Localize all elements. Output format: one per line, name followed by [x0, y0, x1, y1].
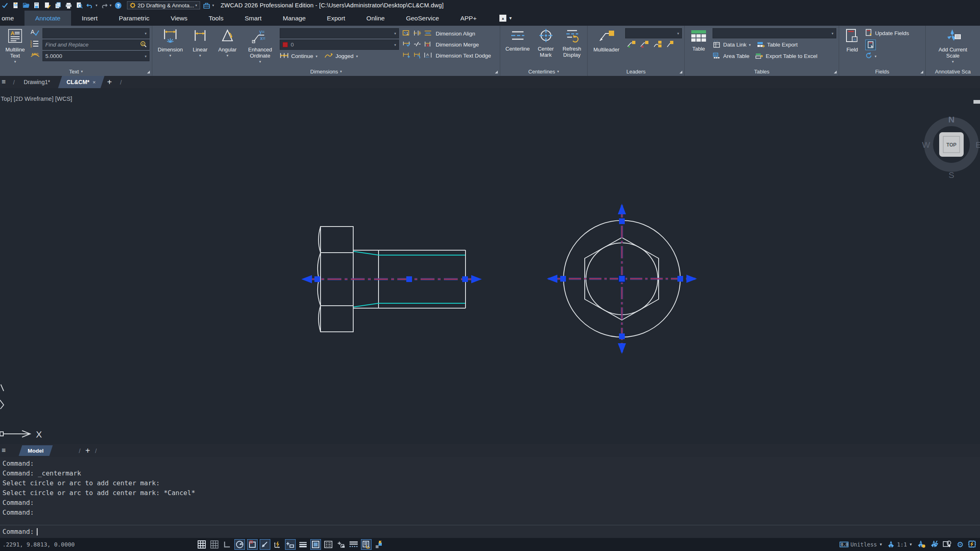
continue-dropdown-icon[interactable]: ▾	[316, 54, 318, 58]
tab-app-plus[interactable]: APP+	[450, 11, 487, 26]
field-refresh-dropdown-icon[interactable]: ▾	[875, 54, 877, 58]
dimension-button[interactable]: Dimension ▾	[155, 27, 186, 67]
text-style-dropdown[interactable]: ▾	[42, 28, 149, 38]
doc-tab-drawing1[interactable]: Drawing1*	[18, 79, 56, 85]
tab-smart[interactable]: Smart	[234, 11, 272, 26]
compass-east[interactable]: E	[976, 140, 980, 149]
multileader-style-dropdown[interactable]: ▾	[625, 28, 682, 38]
workspace-dropdown-icon[interactable]: ▾	[195, 3, 197, 7]
field-button[interactable]: A Field	[842, 27, 863, 67]
close-tab-icon[interactable]: ×	[93, 79, 96, 85]
doc-tab-clcm-active[interactable]: CL&CM* ×	[58, 76, 104, 88]
linear-dropdown-icon[interactable]: ▾	[199, 53, 201, 58]
dimension-text-dodge-button[interactable]: Dimension Text Dodge	[436, 50, 491, 61]
fields-dialog-launcher-icon[interactable]	[920, 71, 923, 73]
tab-export[interactable]: Export	[316, 11, 356, 26]
model-space-canvas[interactable]: N W S E TOP X	[0, 88, 980, 444]
angular-dropdown-icon[interactable]: ▾	[227, 53, 229, 58]
dimension-merge-button[interactable]: Dimension Merge	[436, 39, 491, 50]
doc-tabs-menu-icon[interactable]: ≡	[0, 78, 10, 86]
ribbon-collapse-control[interactable]: ▲ ▼	[499, 15, 512, 22]
table-style-dropdown[interactable]: ▾	[713, 28, 836, 38]
workspace-flag-icon[interactable]	[374, 539, 384, 550]
polar-tracking-toggle[interactable]	[234, 539, 245, 550]
preview-icon[interactable]	[75, 1, 83, 9]
dim-update-icon[interactable]	[413, 52, 421, 60]
annotation-scale-control[interactable]: 1:1 ▼	[887, 540, 913, 549]
model-tab[interactable]: Model	[19, 445, 53, 456]
text-dialog-launcher-icon[interactable]	[147, 71, 150, 73]
dim-align-icon[interactable]	[424, 30, 432, 38]
view-compass[interactable]: N W S E TOP	[922, 115, 980, 180]
leaders-dialog-launcher-icon[interactable]	[679, 71, 682, 73]
save-as-icon[interactable]	[43, 1, 51, 9]
dimensions-dialog-launcher-icon[interactable]	[495, 71, 498, 73]
tab-manage[interactable]: Manage	[272, 11, 316, 26]
save-icon[interactable]	[33, 1, 41, 9]
panel-annotative-label[interactable]: Annotative Sca	[926, 67, 980, 76]
angular-button[interactable]: Angular ▾	[214, 27, 241, 67]
copy-icon[interactable]	[54, 1, 62, 9]
units-control[interactable]: 0.0 Unitless ▼	[840, 541, 883, 548]
tab-annotate[interactable]: Annotate	[24, 11, 71, 26]
dim-text-dodge-icon[interactable]: A	[424, 52, 432, 60]
layout-menu-icon[interactable]: ≡	[0, 447, 10, 455]
settings-gear-icon[interactable]: ⚙	[957, 540, 964, 549]
tables-dialog-launcher-icon[interactable]	[834, 71, 837, 73]
panel-leaders-label[interactable]: Leaders	[588, 67, 684, 76]
continue-button[interactable]: Continue	[291, 53, 313, 59]
isolate-objects-button[interactable]	[943, 540, 953, 549]
panel-dimensions-label[interactable]: Dimensions ▾	[152, 67, 500, 76]
redo-dropdown-icon[interactable]: ▾	[110, 3, 112, 7]
dynamic-ucs-toggle[interactable]	[272, 539, 283, 550]
redo-icon[interactable]	[100, 1, 108, 9]
text-height-dropdown[interactable]: 5.0000 ▾	[42, 51, 149, 61]
center-mark-button[interactable]: Center Mark	[535, 27, 557, 67]
autoscale-toggle[interactable]	[930, 540, 939, 549]
add-current-scale-button[interactable]: Add Current Scale ▾	[933, 27, 973, 67]
tab-tools[interactable]: Tools	[198, 11, 234, 26]
remove-leader-icon[interactable]	[640, 40, 649, 49]
new-layout-button[interactable]: +	[84, 446, 92, 455]
selection-cycling-toggle[interactable]	[310, 539, 321, 550]
object-snap-tracking-toggle[interactable]	[260, 539, 270, 550]
tab-insert[interactable]: Insert	[71, 11, 108, 26]
search-icon[interactable]: A	[140, 41, 147, 49]
area-table-button[interactable]: Area Table	[723, 53, 749, 59]
linear-button[interactable]: Linear ▾	[188, 27, 212, 67]
centerline-button[interactable]: Centerline	[504, 27, 531, 67]
command-history[interactable]: Command: Command: _centermark Select cir…	[0, 457, 980, 525]
update-fields-button[interactable]: Update Fields	[875, 30, 909, 36]
numbered-list-icon[interactable]: 123	[30, 40, 40, 49]
arc-text-icon[interactable]: ABC	[30, 51, 40, 60]
panel-centerlines-label[interactable]: Centerlines ▾	[500, 67, 587, 76]
drawing-viewport[interactable]: Top] [2D Wireframe] [WCS]	[0, 88, 980, 444]
command-input[interactable]: Command:	[0, 525, 980, 538]
dim-slant-icon[interactable]	[413, 41, 421, 49]
compass-north[interactable]: N	[948, 115, 954, 124]
ribbon-collapse-icon[interactable]: ▲	[499, 15, 506, 22]
field-refresh-icon[interactable]	[865, 52, 873, 60]
toolbox-icon[interactable]	[203, 1, 211, 9]
panel-tables-label[interactable]: Tables	[685, 67, 839, 76]
dimension-style-dropdown[interactable]: ▾	[280, 28, 399, 38]
annotation-monitor-toggle[interactable]	[361, 539, 372, 550]
dim-check-icon[interactable]	[403, 41, 411, 49]
tab-geoservice[interactable]: GeoService	[395, 11, 450, 26]
collect-leader-icon[interactable]	[666, 40, 674, 49]
panel-text-label[interactable]: Text ▾	[0, 67, 152, 76]
refresh-display-button[interactable]: Refresh Display	[561, 27, 584, 67]
add-leader-icon[interactable]	[627, 40, 636, 49]
hardware-acceleration-icon[interactable]	[968, 540, 977, 549]
export-excel-button[interactable]: Export Table to Excel	[766, 53, 817, 59]
data-link-dropdown-icon[interactable]: ▾	[749, 43, 751, 47]
panel-fields-label[interactable]: Fields	[839, 67, 925, 76]
dimension-layer-dropdown[interactable]: 0 ▾	[280, 40, 399, 50]
ribbon-collapse-dropdown-icon[interactable]: ▼	[508, 16, 512, 20]
multiline-text-dropdown-icon[interactable]: ▾	[14, 60, 16, 64]
help-icon[interactable]: ?	[114, 1, 122, 9]
compass-west[interactable]: W	[922, 140, 930, 149]
qat-dropdown-icon[interactable]: ▾	[212, 3, 214, 7]
data-link-button[interactable]: Data Link	[723, 42, 746, 48]
customize-check-icon[interactable]	[1, 1, 9, 9]
